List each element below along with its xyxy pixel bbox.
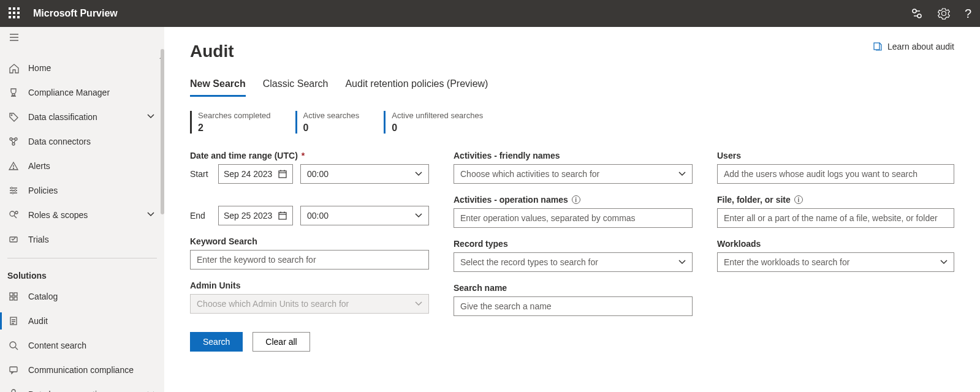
start-time-select[interactable]: 00:00 (300, 164, 429, 184)
stat-active-unfiltered-searches: Active unfiltered searches0 (384, 111, 483, 134)
record-types-select[interactable]: Select the record types to search for (454, 252, 693, 272)
top-bar: Microsoft Purview ? (0, 0, 980, 27)
label-end: End (190, 211, 211, 221)
sidebar-item-content-search[interactable]: Content search (0, 333, 164, 358)
label-activities-friendly: Activities - friendly names (454, 151, 693, 160)
audit-icon (7, 315, 20, 326)
chevron-down-icon (415, 212, 422, 219)
sidebar-nav: HomeCompliance ManagerData classificatio… (0, 27, 164, 392)
svg-point-8 (15, 138, 17, 140)
svg-point-11 (13, 168, 14, 169)
search-button[interactable]: Search (190, 332, 243, 352)
svg-rect-21 (14, 297, 17, 300)
app-title: Microsoft Purview (33, 8, 118, 19)
sidebar-item-label: Data loss prevention (28, 390, 139, 392)
connectors-icon (7, 136, 20, 147)
svg-rect-20 (10, 297, 13, 300)
learn-about-audit-link[interactable]: Learn about audit (873, 42, 954, 51)
workloads-select[interactable]: Enter the workloads to search for (717, 252, 954, 272)
stat-value: 2 (198, 123, 271, 134)
sidebar-item-label: Trials (28, 235, 157, 244)
sidebar-item-data-connectors[interactable]: Data connectors (0, 129, 164, 154)
tab-classic-search[interactable]: Classic Search (263, 74, 329, 97)
file-folder-site-input[interactable] (717, 208, 954, 228)
start-date-picker[interactable]: Sep 24 2023 (218, 164, 293, 184)
label-keyword: Keyword Search (190, 236, 429, 246)
sidebar-item-policies[interactable]: Policies (0, 178, 164, 203)
svg-point-7 (10, 138, 12, 140)
search-name-input[interactable] (454, 296, 693, 316)
svg-rect-19 (14, 293, 17, 296)
calendar-icon (278, 211, 287, 221)
stat-label: Searches completed (198, 111, 271, 120)
sidebar-item-label: Data connectors (28, 137, 157, 146)
sidebar-item-label: Alerts (28, 161, 157, 171)
label-file-folder-site: File, folder, or site i (717, 195, 954, 205)
stats-row: Searches completed2Active searches0Activ… (190, 111, 954, 134)
tab-new-search[interactable]: New Search (190, 74, 246, 97)
home-icon (7, 62, 20, 74)
end-time-select[interactable]: 00:00 (300, 206, 429, 225)
svg-point-12 (11, 187, 13, 189)
sidebar-collapse-button[interactable] (0, 27, 164, 48)
tabs: New SearchClassic SearchAudit retention … (190, 74, 954, 97)
svg-point-6 (11, 115, 12, 116)
sidebar-item-label: Roles & scopes (28, 210, 139, 220)
stat-value: 0 (303, 123, 360, 134)
sidebar-item-communication-compliance[interactable]: Communication compliance (0, 358, 164, 382)
sidebar-item-alerts[interactable]: Alerts (0, 154, 164, 178)
sidebar-item-data-classification[interactable]: Data classification (0, 105, 164, 129)
chevron-down-icon (678, 258, 686, 266)
catalog-icon (7, 291, 20, 302)
chevron-down-icon (678, 170, 686, 178)
svg-point-15 (10, 211, 15, 216)
app-launcher-icon[interactable] (9, 7, 21, 20)
doc-icon (873, 42, 883, 51)
sidebar-item-trials[interactable]: Trials (0, 227, 164, 252)
sidebar-divider (7, 258, 157, 258)
svg-point-23 (10, 342, 16, 348)
label-start: Start (190, 169, 211, 179)
svg-point-5 (917, 14, 921, 18)
activities-op-input[interactable] (454, 208, 693, 228)
sidebar-item-compliance-manager[interactable]: Compliance Manager (0, 80, 164, 105)
label-workloads: Workloads (717, 239, 954, 249)
users-input[interactable] (717, 164, 954, 184)
keyword-input[interactable] (190, 250, 429, 270)
sidebar-item-audit[interactable]: Audit (0, 309, 164, 333)
svg-point-13 (15, 189, 17, 191)
svg-point-16 (15, 211, 18, 214)
sidebar-item-label: Catalog (28, 292, 157, 301)
sidebar-scrollbar[interactable] (161, 49, 164, 392)
chevron-down-icon (147, 390, 157, 392)
sidebar-item-label: Compliance Manager (28, 88, 157, 97)
dlp-icon (7, 389, 20, 392)
label-users: Users (717, 151, 954, 160)
tab-audit-retention-policies-preview-[interactable]: Audit retention policies (Preview) (345, 74, 488, 97)
clear-all-button[interactable]: Clear all (253, 332, 310, 352)
info-icon[interactable]: i (572, 195, 580, 204)
sidebar-item-roles-scopes[interactable]: Roles & scopes (0, 203, 164, 227)
help-icon[interactable]: ? (965, 7, 971, 21)
page-title: Audit (190, 42, 234, 61)
notification-settings-icon[interactable] (911, 7, 923, 20)
gear-icon[interactable] (938, 7, 950, 20)
trials-icon (7, 234, 20, 245)
admin-units-select[interactable]: Choose which Admin Units to search for (190, 294, 429, 314)
info-icon[interactable]: i (794, 195, 803, 204)
sidebar-item-label: Communication compliance (28, 365, 157, 375)
chevron-down-icon (415, 300, 422, 307)
stat-value: 0 (392, 123, 483, 134)
chevron-down-icon (940, 258, 948, 266)
activities-friendly-select[interactable]: Choose which activities to search for (454, 164, 693, 184)
end-date-picker[interactable]: Sep 25 2023 (218, 206, 293, 225)
main-content: Audit Learn about audit New SearchClassi… (164, 27, 980, 392)
sidebar-item-catalog[interactable]: Catalog (0, 284, 164, 309)
label-activities-op: Activities - operation names i (454, 195, 693, 205)
sidebar-item-data-loss-prevention[interactable]: Data loss prevention (0, 382, 164, 392)
stat-label: Active searches (303, 111, 360, 120)
label-record-types: Record types (454, 239, 693, 249)
sidebar-item-home[interactable]: Home (0, 56, 164, 80)
stat-active-searches: Active searches0 (295, 111, 360, 134)
comm-icon (7, 364, 20, 375)
